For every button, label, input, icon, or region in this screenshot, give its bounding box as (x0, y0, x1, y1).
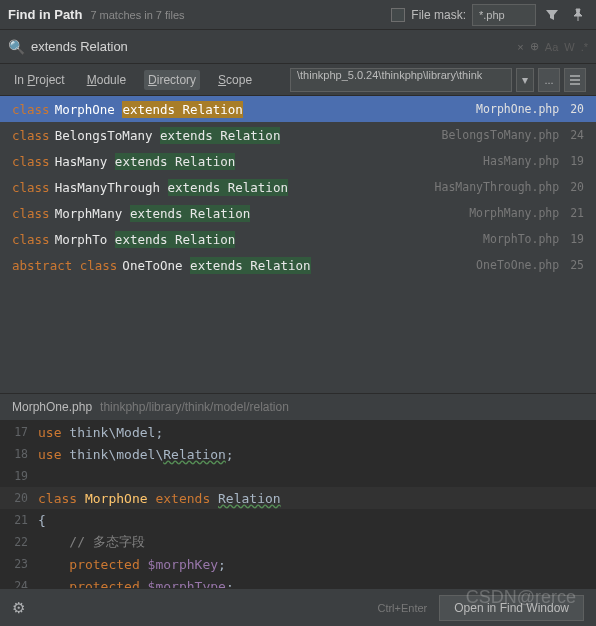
shortcut-hint: Ctrl+Enter (377, 602, 427, 614)
case-toggle[interactable]: Aa (545, 41, 558, 53)
search-icon: 🔍 (8, 39, 25, 55)
browse-button[interactable]: ... (538, 68, 560, 92)
code-preview[interactable]: 17use think\Model; 18use think\model\Rel… (0, 421, 596, 597)
match-count: 7 matches in 7 files (90, 9, 184, 21)
search-input[interactable]: extends Relation (31, 39, 517, 54)
dialog-footer: ⚙ Ctrl+Enter Open in Find Window (0, 588, 596, 626)
pin-icon[interactable] (568, 5, 588, 25)
tab-module[interactable]: Module (83, 70, 130, 90)
directory-path-input[interactable]: \thinkphp_5.0.24\thinkphp\library\think (290, 68, 512, 92)
gear-icon[interactable]: ⚙ (12, 599, 25, 617)
result-row[interactable]: class MorphMany extends Relation MorphMa… (0, 200, 596, 226)
scope-tabs: In Project Module Directory Scope \think… (0, 64, 596, 96)
tab-scope[interactable]: Scope (214, 70, 256, 90)
path-dropdown-icon[interactable]: ▾ (516, 68, 534, 92)
word-toggle[interactable]: W (564, 41, 574, 53)
dialog-header: Find in Path 7 matches in 7 files File m… (0, 0, 596, 30)
result-row[interactable]: class MorphTo extends Relation MorphTo.p… (0, 226, 596, 252)
result-row[interactable]: class HasManyThrough extends Relation Ha… (0, 174, 596, 200)
open-find-window-button[interactable]: Open in Find Window (439, 595, 584, 621)
recursive-toggle[interactable] (564, 68, 586, 92)
clear-icon[interactable]: × (517, 41, 523, 53)
filemask-input[interactable] (472, 4, 536, 26)
regex-toggle[interactable]: .* (581, 41, 588, 53)
result-row[interactable]: class BelongsToMany extends Relation Bel… (0, 122, 596, 148)
results-list: class MorphOne extends Relation MorphOne… (0, 96, 596, 278)
result-row[interactable]: class HasMany extends Relation HasMany.p… (0, 148, 596, 174)
result-row[interactable]: class MorphOne extends Relation MorphOne… (0, 96, 596, 122)
history-icon[interactable]: ⊕ (530, 40, 539, 53)
preview-header: MorphOne.php thinkphp/library/think/mode… (0, 393, 596, 421)
preview-filename: MorphOne.php (12, 400, 92, 414)
preview-path: thinkphp/library/think/model/relation (100, 400, 289, 414)
filemask-label: File mask: (411, 8, 466, 22)
tab-project[interactable]: In Project (10, 70, 69, 90)
dialog-title: Find in Path (8, 7, 82, 22)
search-row: 🔍 extends Relation × ⊕ Aa W .* (0, 30, 596, 64)
tab-directory[interactable]: Directory (144, 70, 200, 90)
result-row[interactable]: abstract class OneToOne extends Relation… (0, 252, 596, 278)
filemask-checkbox[interactable] (391, 8, 405, 22)
filter-icon[interactable] (542, 5, 562, 25)
